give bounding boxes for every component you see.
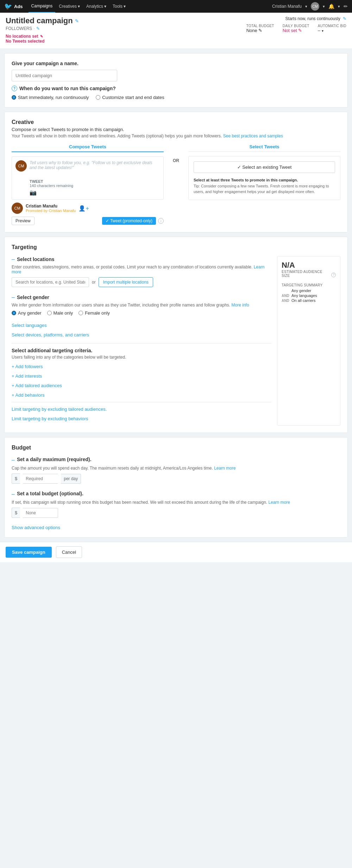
or-text: or: [92, 280, 96, 285]
location-search-input[interactable]: [12, 277, 89, 287]
targeting-layout: – Select locations Enter countries, stat…: [12, 256, 340, 426]
locations-desc: Enter countries, states/regions, metro a…: [12, 265, 271, 274]
gender-radio-any[interactable]: [12, 311, 16, 315]
summary-item-gender: Any gender: [282, 289, 336, 293]
ads-label: Ads: [14, 4, 23, 9]
add-interests-link[interactable]: + Add interests: [12, 373, 271, 379]
campaign-name-input[interactable]: [12, 70, 117, 81]
daily-budget-dash-icon: –: [12, 457, 15, 463]
total-budget-input-row: $: [12, 508, 340, 518]
no-tweets-label[interactable]: No Tweets selected: [6, 39, 79, 44]
camera-icon[interactable]: 📷: [30, 189, 160, 196]
campaign-meta: FOLLOWERS · ✎: [6, 26, 79, 31]
timing-radio-group: Start immediately, run continuously Cust…: [12, 95, 340, 100]
targeting-title: Targeting: [12, 244, 340, 250]
add-behaviors-link[interactable]: + Add behaviors: [12, 392, 271, 398]
total-budget-title-row: – Set a total budget (optional).: [12, 491, 340, 498]
targeting-sidebar: N/A ESTIMATED AUDIENCE SIZE ? TARGETING …: [277, 256, 340, 426]
timing-edit[interactable]: ✎: [343, 16, 346, 21]
twitter-bird-icon: 🐦: [4, 2, 12, 10]
audience-size-label: ESTIMATED AUDIENCE SIZE: [282, 270, 330, 278]
gender-radio-male[interactable]: [47, 311, 52, 315]
gender-radio-female[interactable]: [78, 311, 83, 315]
tweet-info-icon[interactable]: i: [158, 218, 164, 224]
no-locations-label[interactable]: No locations set ✎: [6, 34, 79, 39]
total-budget-learn-more[interactable]: Learn more: [269, 500, 290, 505]
chevron-down-icon: ▾: [323, 4, 325, 9]
tweet-compose-box: CM Tell users why to follow you, e.g. "F…: [12, 156, 164, 200]
auto-bid-stat: AUTOMATIC BID – ▾: [318, 24, 346, 33]
campaign-type: FOLLOWERS: [6, 26, 32, 31]
audience-help-icon[interactable]: ?: [331, 273, 336, 277]
campaign-title-edit-icon[interactable]: ✎: [75, 18, 79, 24]
daily-budget-input[interactable]: [23, 474, 58, 484]
daily-budget-desc: Cap the amount you will spend each day. …: [12, 466, 340, 471]
timing-radio-custom[interactable]: [96, 95, 100, 100]
gender-any[interactable]: Any gender: [12, 310, 42, 316]
limit-tailored-link[interactable]: Limit targeting by excluding tailored au…: [12, 407, 271, 412]
tweet-text-area: Tell users why to follow you, e.g. "Foll…: [30, 160, 160, 196]
header-stats: TOTAL BUDGET None ✎ DAILY BUDGET Not set…: [246, 24, 346, 33]
tweet-placeholder[interactable]: Tell users why to follow you, e.g. "Foll…: [30, 160, 160, 178]
edit-icon[interactable]: ✏: [344, 4, 348, 9]
budget-section: Budget – Set a daily maximum (required).…: [4, 437, 348, 538]
summary-title: TARGETING SUMMARY: [282, 283, 336, 287]
chevron-down-icon: ▾: [78, 4, 80, 9]
gender-female[interactable]: Female only: [78, 310, 110, 316]
select-languages-link[interactable]: Select languages: [12, 323, 271, 328]
total-budget-block: – Set a total budget (optional). If set,…: [12, 491, 340, 518]
add-tailored-link[interactable]: + Add tailored audiences: [12, 383, 271, 388]
total-budget-edit[interactable]: ✎: [258, 28, 262, 33]
gender-options: Any gender Male only Female only: [12, 310, 271, 316]
daily-budget-learn-more[interactable]: Learn more: [214, 466, 235, 471]
compose-tweets-tab[interactable]: Compose Tweets: [12, 144, 164, 152]
limit-behaviors-link[interactable]: Limit targeting by excluding behaviors: [12, 416, 271, 421]
add-followers-link[interactable]: + Add followers: [12, 364, 271, 369]
notifications-icon[interactable]: 🔔: [328, 4, 334, 9]
select-tweets-box: ✓ Select an existing Tweet Select at lea…: [188, 156, 340, 200]
cancel-button[interactable]: Cancel: [56, 546, 82, 558]
tweet-label: TWEET: [30, 179, 160, 184]
timing-option-custom[interactable]: Customize start and end dates: [96, 95, 164, 100]
creative-desc: Your Tweets will show in both mobile and…: [12, 134, 340, 138]
import-locations-button[interactable]: Import multiple locations: [99, 277, 153, 287]
nav-campaigns[interactable]: Campaigns: [29, 0, 56, 13]
tweet-user-sub: Promoted by Cristian Manafu: [26, 209, 76, 213]
compose-avatar: CM: [15, 160, 27, 172]
budget-title: Budget: [12, 445, 340, 451]
select-existing-tweet-button[interactable]: ✓ Select an existing Tweet: [194, 161, 335, 173]
tweet-actions: Preview ✓ Tweet (promoted-only) i: [12, 217, 164, 225]
when-help-icon[interactable]: ?: [12, 86, 17, 91]
daily-dollar-sign: $: [12, 473, 20, 484]
creative-subtitle: Compose or select Tweets to promote in t…: [12, 127, 340, 132]
timing-option-immediately[interactable]: Start immediately, run continuously: [12, 95, 89, 100]
chevron-down-icon: ▾: [124, 4, 126, 9]
show-advanced-link[interactable]: Show advanced options: [12, 525, 340, 530]
total-budget-stat: TOTAL BUDGET None ✎: [246, 24, 274, 33]
nav-creatives[interactable]: Creatives ▾: [56, 0, 83, 13]
daily-budget-edit[interactable]: ✎: [298, 28, 302, 33]
save-campaign-button[interactable]: Save campaign: [6, 547, 52, 558]
add-user-icon[interactable]: 👤+: [78, 205, 89, 212]
additional-divider: [12, 402, 271, 402]
timing-radio-immediately[interactable]: [12, 95, 16, 100]
tweet-promoted-button[interactable]: ✓ Tweet (promoted-only): [102, 217, 156, 225]
locations-title: Select locations: [17, 256, 55, 262]
nav-analytics[interactable]: Analytics ▾: [83, 0, 109, 13]
select-tweets-tab[interactable]: Select Tweets: [188, 144, 340, 152]
nav-tools[interactable]: Tools ▾: [110, 0, 128, 13]
select-tip: Select at least three Tweets to promote …: [194, 177, 335, 195]
campaign-title: Untitled campaign: [6, 16, 73, 25]
total-budget-input[interactable]: [23, 508, 58, 518]
select-devices-link[interactable]: Select devices, platforms, and carriers: [12, 332, 271, 337]
gender-more-info[interactable]: More info: [232, 303, 249, 308]
summary-item-languages: AND Any languages: [282, 293, 336, 298]
daily-budget-stat: DAILY BUDGET Not set ✎: [283, 24, 309, 33]
creative-learn-link[interactable]: See best practices and samples: [223, 134, 283, 138]
campaign-status-links: No locations set ✎ No Tweets selected: [6, 34, 79, 44]
gender-male[interactable]: Male only: [47, 310, 73, 316]
preview-button[interactable]: Preview: [12, 217, 34, 225]
gender-desc: We infer gender from information our use…: [12, 303, 271, 308]
user-nav: Cristian Manafu ▾ CM ▾ 🔔 ▾ ✏: [272, 2, 348, 11]
campaign-type-edit[interactable]: ✎: [36, 26, 40, 31]
